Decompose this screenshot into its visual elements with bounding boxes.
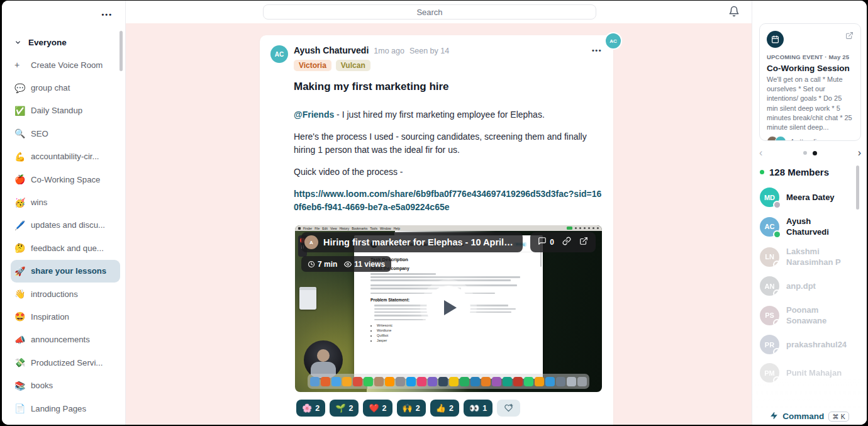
sidebar-item[interactable]: 🍎 Co-Working Space [11,168,120,191]
sidebar-item-label: Landing Pages [31,404,86,413]
topic-tag[interactable]: Victoria [294,60,331,71]
open-event-external-icon[interactable] [845,31,854,42]
presence-dot [774,232,780,237]
menubar-item: View [330,227,337,230]
event-description: We'll get on a call * Mute ourselves * S… [767,75,854,132]
member-row[interactable]: PS Poonam Sonawane [760,305,855,326]
channel-emoji-icon: 📄 [14,403,31,413]
search-input[interactable] [263,4,596,20]
post-paragraph: - I just hired my first marketing employ… [334,109,545,120]
doc-bullet-item: Quillbot [377,333,526,338]
carousel-dot-active[interactable] [813,151,817,155]
sidebar-item[interactable]: 🥳 wins [11,191,120,213]
dock-app-icon [374,377,384,386]
member-row[interactable]: PR prakashrahul24 [760,335,855,354]
carousel-dot[interactable] [803,151,807,155]
carousel-next-button[interactable]: › [858,148,861,158]
sidebar-item[interactable]: 📣 announcements [11,328,120,351]
sidebar-item-label: announcements [31,335,90,344]
seen-by-count[interactable]: Seen by 14 [409,47,449,55]
attendee-avatar: AC [775,136,786,141]
sidebar-item-label: feedback and que... [31,244,104,253]
comments-icon[interactable] [538,237,547,248]
chevron-down-icon [14,39,28,46]
post-card: AC Ayush Chaturvedi 1mo ago Seen by 14 V… [260,35,613,425]
sidebar-item[interactable]: 🤔 feedback and que... [11,237,120,259]
open-external-icon[interactable] [579,237,588,248]
sidebar-item[interactable]: 🔍 SEO [11,122,120,145]
dock-app-icon [428,377,437,386]
carousel-prev-button[interactable]: ‹ [759,148,762,158]
author-avatar[interactable]: AC [270,45,288,63]
doc-section-heading: About the company [370,266,526,271]
sidebar-item-label: share your lessons [31,266,106,276]
sidebar-group-everyone[interactable]: Everyone [14,31,116,53]
dock-app-icon [470,377,480,386]
topic-tag[interactable]: Vulcan [336,60,370,71]
reaction-pill[interactable]: 👀 1 [464,400,492,417]
member-avatar: AC [760,217,779,237]
command-bar[interactable]: Command ⌘ K [752,408,867,425]
member-row[interactable]: PM Punit Mahajan [760,363,855,383]
dock-app-icon [364,377,373,386]
post-options-button[interactable]: ••• [592,47,602,54]
upcoming-event-card[interactable]: UPCOMING EVENT · May 25 Co-Working Sessi… [759,23,861,141]
sidebar-item[interactable]: + Create Voice Room [11,53,120,76]
play-button[interactable] [426,286,470,330]
sidebar-scrollbar[interactable] [120,31,123,71]
member-row[interactable]: AC Ayush Chaturvedi [760,216,855,237]
member-avatar: AN [760,276,779,296]
member-row[interactable]: LN Lakshmi Narasimhan P [760,246,855,267]
command-label: Command [782,412,824,421]
sidebar-item[interactable]: 🤩 Inspiration [11,305,120,328]
member-name: anp.dpt [786,281,816,291]
seen-by-avatar: AC [604,32,622,50]
macos-menubar: Finder File Edit View History Bookmarks … [295,225,602,231]
members-scrollbar[interactable] [856,165,859,210]
sidebar-options-button[interactable]: ••• [101,11,113,18]
sidebar-item[interactable]: 💸 Productized Servi... [11,351,120,374]
sidebar-item[interactable]: 💬 group chat [11,76,120,99]
loom-video-embed[interactable]: Finder File Edit View History Bookmarks … [295,225,602,392]
loom-share-link[interactable]: https://www.loom.com/share/6b9fba0f776e4… [294,188,602,214]
copy-link-icon[interactable] [562,237,571,248]
author-name[interactable]: Ayush Chaturvedi [294,45,369,55]
add-reaction-button[interactable] [497,400,520,417]
member-row[interactable]: MD Meera Datey [760,188,855,207]
sidebar-item[interactable]: 💪 accountability-cir... [11,145,120,168]
reaction-pill[interactable]: 👍 2 [430,400,459,417]
sidebar-item[interactable]: ✅ Daily Standup [11,99,120,122]
dock-app-icon [492,377,501,386]
reaction-pill[interactable]: 🌸 2 [296,400,325,417]
menubar-item: Tools [370,227,377,230]
play-icon [444,300,457,315]
menubar-item: Bookmarks [352,227,367,230]
sidebar-item[interactable]: 📄 Landing Pages [11,397,120,420]
member-row[interactable]: AN anp.dpt [760,276,855,296]
sidebar-item[interactable]: 📚 books [11,374,120,396]
video-duration: 7 min [308,260,337,269]
dock-app-icon [513,377,523,386]
sidebar-item-label: wins [31,198,47,207]
lightning-bolt-icon [770,411,778,422]
notifications-bell-icon[interactable] [728,6,740,18]
presence-dot [774,291,780,296]
reaction-pill[interactable]: 🌱 2 [330,400,359,417]
dock-app-icon [321,377,330,386]
channel-emoji-icon: 🚀 [14,266,31,276]
sidebar-item[interactable]: 👋 introductions [11,283,120,305]
member-avatar: PS [760,306,779,325]
dock-app-icon [438,377,448,386]
sidebar-item[interactable]: 🚀 share your lessons [11,260,120,283]
members-list: MD Meera Datey AC Ayush Chaturvedi L [760,188,855,407]
mention-link[interactable]: @Friends [294,109,334,120]
post-title: Making my first marketing hire [294,81,602,93]
reaction-pill[interactable]: 🙌 2 [397,400,426,417]
reaction-pill[interactable]: ❤️ 2 [363,400,392,417]
topbar [126,1,755,23]
presence-dot [774,262,780,267]
macos-dock [308,374,589,389]
sidebar-item[interactable]: 🖊️ updates and discu... [11,214,120,237]
reaction-count: 2 [382,404,387,413]
channel-emoji-icon: 📚 [14,381,31,391]
